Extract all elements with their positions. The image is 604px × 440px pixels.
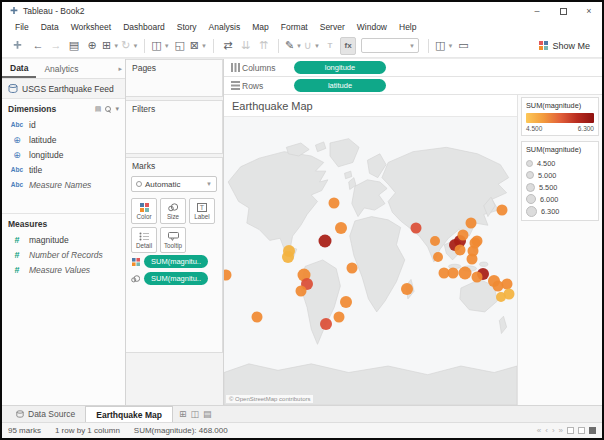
undo-button[interactable]: ←: [30, 37, 46, 55]
earthquake-mark[interactable]: [430, 236, 440, 246]
menu-format[interactable]: Format: [275, 22, 314, 32]
size-pill[interactable]: SUM(magnitu..: [144, 272, 208, 285]
new-story-tab-icon[interactable]: ▤: [203, 409, 212, 419]
tableau-logo-icon[interactable]: [9, 37, 25, 55]
label-button[interactable]: T Label: [189, 198, 215, 224]
columns-shelf[interactable]: Columns longitude: [224, 59, 602, 77]
map-view[interactable]: © OpenStreetMap contributors: [224, 117, 517, 405]
earthquake-mark[interactable]: [282, 251, 294, 263]
size-button[interactable]: Size: [160, 198, 186, 224]
color-pill[interactable]: SUM(magnitu..: [144, 255, 208, 268]
pages-card[interactable]: Pages: [126, 59, 223, 97]
clear-sheet-button[interactable]: ⊠▼: [190, 37, 207, 55]
earthquake-mark[interactable]: [454, 245, 465, 256]
new-worksheet-tab-icon[interactable]: ⊞: [179, 409, 187, 419]
menu-data[interactable]: Data: [35, 22, 65, 32]
swap-rows-columns-button[interactable]: ⇄: [220, 37, 236, 55]
fix-axes-button[interactable]: fx: [340, 37, 356, 55]
earthquake-mark[interactable]: [447, 267, 458, 278]
find-field-icon[interactable]: [105, 106, 111, 112]
dimension-id[interactable]: Abcid: [2, 117, 125, 132]
presentation-mode-button[interactable]: ▭: [455, 37, 471, 55]
save-button[interactable]: ▤: [66, 37, 82, 55]
collapse-pane-icon[interactable]: ▸: [118, 65, 125, 73]
rows-shelf[interactable]: Rows latitude: [224, 77, 602, 95]
tab-analytics[interactable]: Analytics: [36, 61, 86, 77]
show-filmstrip-view-icon[interactable]: [578, 427, 585, 434]
earthquake-mark[interactable]: [497, 205, 508, 216]
menu-analysis[interactable]: Analysis: [203, 22, 247, 32]
view-data-button[interactable]: ◫▼: [151, 37, 169, 55]
earthquake-mark[interactable]: [496, 292, 506, 302]
earthquake-mark[interactable]: [466, 217, 477, 228]
size-legend-item[interactable]: 6.300: [526, 205, 594, 217]
earthquake-mark[interactable]: [458, 230, 469, 241]
menu-window[interactable]: Window: [351, 22, 393, 32]
earthquake-mark[interactable]: [433, 252, 443, 262]
earthquake-mark[interactable]: [472, 272, 483, 283]
add-data-source-button[interactable]: ⊕: [84, 37, 100, 55]
earthquake-mark[interactable]: [346, 262, 357, 273]
earthquake-mark[interactable]: [252, 312, 263, 323]
size-legend[interactable]: SUM(magnitude) 4.5005.0005.5006.0006.300: [521, 141, 599, 221]
tooltip-button[interactable]: Tooltip: [160, 227, 186, 253]
dimension-measure-names[interactable]: AbcMeasure Names: [2, 177, 125, 192]
menu-file[interactable]: File: [9, 22, 35, 32]
tab-data[interactable]: Data: [2, 60, 36, 78]
highlight-button[interactable]: ✎▼: [285, 37, 302, 55]
earthquake-mark[interactable]: [329, 197, 340, 208]
menu-dashboard[interactable]: Dashboard: [117, 22, 171, 32]
columns-pill[interactable]: longitude: [294, 61, 386, 74]
measure-magnitude[interactable]: #magnitude: [2, 232, 125, 247]
show-me-button[interactable]: Show Me: [535, 39, 594, 53]
size-legend-item[interactable]: 6.000: [526, 193, 594, 205]
minimize-button[interactable]: –: [524, 2, 550, 20]
menu-map[interactable]: Map: [246, 22, 275, 32]
new-worksheet-button[interactable]: ⊞▼: [102, 37, 119, 55]
last-sheet-icon[interactable]: »: [559, 426, 563, 435]
earthquake-mark[interactable]: [401, 283, 413, 295]
measure-number-of-records[interactable]: #Number of Records: [2, 247, 125, 262]
show-tabs-view-icon[interactable]: [567, 427, 574, 434]
pane-splitter[interactable]: [2, 192, 125, 214]
earthquake-mark[interactable]: [295, 286, 306, 297]
dimension-title[interactable]: Abctitle: [2, 162, 125, 177]
close-button[interactable]: ×: [576, 2, 602, 20]
earthquake-mark[interactable]: [335, 222, 347, 234]
filters-card[interactable]: Filters: [126, 100, 223, 154]
earthquake-mark[interactable]: [459, 266, 472, 279]
maximize-button[interactable]: [550, 2, 576, 20]
show-sheet-list-icon[interactable]: [589, 427, 596, 434]
menu-help[interactable]: Help: [393, 22, 422, 32]
menu-server[interactable]: Server: [314, 22, 351, 32]
dimension-latitude[interactable]: ⊕latitude: [2, 132, 125, 147]
earthquake-mark[interactable]: [411, 223, 422, 234]
tab-data-source[interactable]: Data Source: [6, 406, 85, 422]
first-sheet-icon[interactable]: «: [537, 426, 541, 435]
data-source-row[interactable]: USGS Earthquake Feed: [2, 79, 125, 99]
measure-measure-values[interactable]: #Measure Values: [2, 262, 125, 277]
dimension-longitude[interactable]: ⊕longitude: [2, 147, 125, 162]
menu-worksheet[interactable]: Worksheet: [65, 22, 117, 32]
fit-selector[interactable]: ▼: [361, 38, 419, 53]
new-dashboard-tab-icon[interactable]: ◫: [190, 409, 199, 419]
next-sheet-icon[interactable]: ›: [552, 426, 555, 435]
duplicate-sheet-button[interactable]: ◱: [172, 37, 188, 55]
menu-story[interactable]: Story: [171, 22, 203, 32]
color-button[interactable]: Color: [131, 198, 157, 224]
earthquake-mark[interactable]: [340, 296, 352, 308]
earthquake-mark[interactable]: [320, 318, 332, 330]
size-legend-item[interactable]: 5.500: [526, 181, 594, 193]
earthquake-mark[interactable]: [467, 253, 478, 264]
detail-button[interactable]: Detail: [131, 227, 157, 253]
size-legend-item[interactable]: 4.500: [526, 157, 594, 169]
show-hide-cards-button[interactable]: ◫▼: [435, 37, 453, 55]
size-legend-item[interactable]: 5.000: [526, 169, 594, 181]
tab-earthquake-map[interactable]: Earthquake Map: [85, 406, 173, 422]
rows-pill[interactable]: latitude: [294, 79, 386, 92]
earthquake-mark[interactable]: [318, 234, 331, 247]
dimensions-menu-icon[interactable]: ▾: [115, 105, 119, 113]
view-as-icon[interactable]: ▤: [95, 105, 102, 113]
color-legend[interactable]: SUM(magnitude) 4.500 6.300: [521, 97, 599, 136]
previous-sheet-icon[interactable]: ‹: [545, 426, 548, 435]
